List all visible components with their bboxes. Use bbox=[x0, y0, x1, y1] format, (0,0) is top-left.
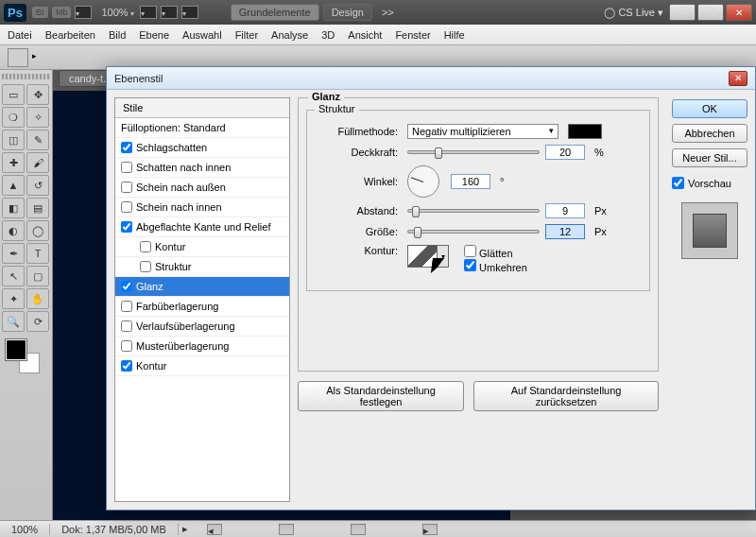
tool-crop[interactable]: ◫ bbox=[2, 130, 25, 150]
cslive-menu[interactable]: CS Live ▾ bbox=[604, 7, 663, 19]
reset-default-button[interactable]: Auf Standardeinstellung zurücksetzen bbox=[473, 381, 659, 411]
menu-bild[interactable]: Bild bbox=[109, 29, 126, 41]
status-zoom[interactable]: 100% bbox=[0, 524, 50, 535]
style-item-checkbox[interactable] bbox=[121, 221, 132, 233]
tool-move[interactable]: ✥ bbox=[26, 84, 49, 105]
tool-dodge[interactable]: ◯ bbox=[26, 220, 49, 241]
style-item-11[interactable]: Kontur bbox=[115, 356, 289, 376]
bridge-icon[interactable]: Br bbox=[32, 7, 48, 18]
ok-button[interactable]: OK bbox=[672, 99, 747, 118]
tool-heal[interactable]: ✚ bbox=[2, 152, 25, 173]
style-item-10[interactable]: Musterüberlagerung bbox=[115, 337, 289, 356]
style-item-checkbox[interactable] bbox=[140, 261, 151, 272]
style-item-checkbox[interactable] bbox=[121, 320, 132, 332]
style-item-checkbox[interactable] bbox=[121, 201, 132, 213]
tool-zoom[interactable]: 🔍 bbox=[2, 311, 25, 332]
tool-stamp[interactable]: ▲ bbox=[2, 175, 25, 196]
tool-eraser[interactable]: ◧ bbox=[2, 198, 25, 218]
tool-wand[interactable]: ✧ bbox=[26, 107, 49, 128]
cancel-button[interactable]: Abbrechen bbox=[672, 124, 747, 143]
tool-gradient[interactable]: ▤ bbox=[26, 198, 49, 218]
window-close[interactable]: ✕ bbox=[726, 4, 752, 21]
color-swatches[interactable] bbox=[6, 339, 43, 373]
new-style-button[interactable]: Neuer Stil... bbox=[672, 148, 747, 167]
menu-fenster[interactable]: Fenster bbox=[395, 29, 430, 41]
fill-color-swatch[interactable] bbox=[568, 124, 602, 139]
style-item-checkbox[interactable] bbox=[121, 142, 132, 153]
set-default-button[interactable]: Als Standardeinstellung festlegen bbox=[298, 381, 464, 411]
style-item-7[interactable]: Glanz bbox=[115, 277, 289, 297]
style-item-4[interactable]: Abgeflachte Kante und Relief bbox=[115, 217, 289, 237]
size-slider[interactable] bbox=[407, 230, 540, 234]
style-item-1[interactable]: Schatten nach innen bbox=[115, 158, 289, 178]
style-item-checkbox[interactable] bbox=[121, 360, 132, 372]
fill-method-select[interactable]: Negativ multiplizieren bbox=[407, 124, 558, 139]
menu-auswahl[interactable]: Auswahl bbox=[182, 29, 222, 41]
distance-slider[interactable] bbox=[407, 209, 540, 213]
menu-3d[interactable]: 3D bbox=[321, 29, 335, 41]
dialog-close[interactable]: ✕ bbox=[729, 71, 747, 86]
tool-marquee[interactable]: ▭ bbox=[2, 84, 25, 105]
view-extras-icon[interactable] bbox=[140, 6, 157, 19]
angle-value[interactable]: 160 bbox=[451, 174, 490, 189]
tool-rotate[interactable]: ⟳ bbox=[26, 311, 49, 332]
workspace-design[interactable]: Design bbox=[323, 4, 372, 21]
menu-ebene[interactable]: Ebene bbox=[139, 29, 169, 41]
style-item-checkbox[interactable] bbox=[121, 182, 132, 193]
tool-brush[interactable]: 🖌 bbox=[26, 152, 49, 173]
screen-mode2-icon[interactable] bbox=[181, 6, 198, 19]
style-item-8[interactable]: Farbüberlagerung bbox=[115, 297, 289, 317]
style-item-0[interactable]: Schlagschatten bbox=[115, 138, 289, 158]
opacity-value[interactable]: 20 bbox=[545, 145, 585, 160]
window-minimize[interactable]: — bbox=[669, 4, 696, 21]
workspace-more[interactable]: >> bbox=[382, 7, 394, 18]
tool-type[interactable]: T bbox=[26, 243, 49, 264]
dialog-titlebar[interactable]: Ebenenstil ✕ bbox=[107, 67, 755, 90]
tool-eyedropper[interactable]: ✎ bbox=[26, 130, 49, 150]
h-scrollbar[interactable]: ◂▸ bbox=[207, 524, 756, 535]
menu-ansicht[interactable]: Ansicht bbox=[348, 29, 382, 41]
minibridge-icon[interactable]: Mb bbox=[52, 7, 72, 18]
contour-dropdown[interactable]: ▾ bbox=[438, 245, 449, 268]
tool-shape[interactable]: ▢ bbox=[26, 266, 49, 286]
antialias-checkbox[interactable] bbox=[464, 245, 476, 257]
menu-hilfe[interactable]: Hilfe bbox=[444, 29, 465, 41]
blend-options[interactable]: Füll­optionen: Standard bbox=[115, 118, 289, 138]
menu-analyse[interactable]: Analyse bbox=[271, 29, 308, 41]
menu-filter[interactable]: Filter bbox=[235, 29, 258, 41]
tool-path[interactable]: ↖ bbox=[2, 266, 25, 286]
menu-bearbeiten[interactable]: Bearbeiten bbox=[45, 29, 95, 41]
style-item-checkbox[interactable] bbox=[121, 301, 132, 312]
contour-picker[interactable] bbox=[407, 245, 438, 268]
preview-checkbox[interactable] bbox=[672, 177, 684, 189]
tool-history[interactable]: ↺ bbox=[26, 175, 49, 196]
style-item-2[interactable]: Schein nach außen bbox=[115, 178, 289, 198]
window-maximize[interactable]: ☐ bbox=[697, 4, 724, 21]
arrange-docs-icon[interactable] bbox=[161, 6, 178, 19]
tool-lasso[interactable]: ❍ bbox=[2, 107, 25, 128]
style-item-3[interactable]: Schein nach innen bbox=[115, 198, 289, 217]
style-item-5[interactable]: Kontur bbox=[115, 237, 289, 257]
style-item-checkbox[interactable] bbox=[121, 281, 132, 292]
angle-dial[interactable] bbox=[407, 165, 439, 198]
style-item-checkbox[interactable] bbox=[121, 340, 132, 352]
invert-checkbox[interactable] bbox=[464, 259, 476, 271]
size-value[interactable]: 12 bbox=[545, 224, 585, 239]
tool-3d[interactable]: ✦ bbox=[2, 288, 25, 309]
tool-hand[interactable]: ✋ bbox=[26, 288, 49, 309]
opacity-slider[interactable] bbox=[407, 150, 540, 154]
menu-datei[interactable]: Datei bbox=[8, 29, 32, 41]
workspace-essentials[interactable]: Grundelemente bbox=[231, 4, 319, 21]
current-tool-icon[interactable] bbox=[8, 48, 28, 67]
style-item-9[interactable]: Verlaufsüberlagerung bbox=[115, 317, 289, 337]
status-doc[interactable]: Dok: 1,37 MB/5,00 MB bbox=[50, 524, 179, 535]
tool-blur[interactable]: ◐ bbox=[2, 220, 25, 241]
style-item-checkbox[interactable] bbox=[121, 162, 132, 173]
tool-pen[interactable]: ✒ bbox=[2, 243, 25, 264]
style-list-header[interactable]: Stile bbox=[115, 98, 289, 118]
status-arrow-icon[interactable]: ▸ bbox=[182, 523, 188, 535]
distance-value[interactable]: 9 bbox=[545, 203, 585, 218]
style-item-checkbox[interactable] bbox=[140, 241, 151, 252]
zoom-level[interactable]: 100% bbox=[101, 7, 133, 18]
style-item-6[interactable]: Struktur bbox=[115, 257, 289, 277]
